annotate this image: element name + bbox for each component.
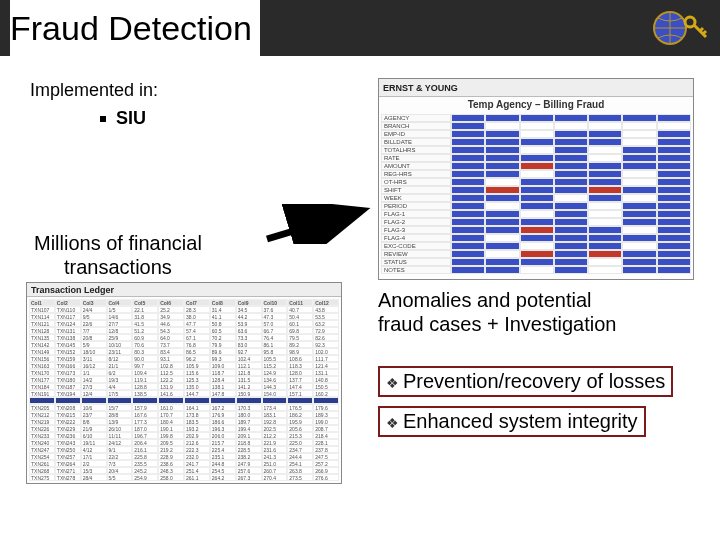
thumb-grid: AGENCYBRANCHEMP-IDBILLDATETOTALHRSRATEAM… (379, 112, 693, 279)
benefit-text: Prevention/recovery of losses (403, 370, 665, 393)
globe-key-logo-icon (650, 4, 710, 52)
anomalies-report-thumbnail: ERNST & YOUNG Temp Agency – Billing Frau… (378, 78, 694, 280)
slide-title: Fraud Detection (10, 0, 260, 56)
thumb-grid: Col1Col2Col3Col4Col5Col6Col7Col8Col9Col1… (27, 297, 341, 483)
arrow-icon (262, 204, 372, 244)
thumb-title: Temp Agency – Billing Fraud (379, 97, 693, 112)
thumb-header: ERNST & YOUNG (379, 79, 693, 97)
square-bullet-icon (100, 116, 106, 122)
svg-line-3 (267, 212, 357, 239)
implemented-in-label: Implemented in: (30, 80, 158, 101)
diamond-bullet-icon: ❖ (386, 375, 399, 391)
title-bar: Fraud Detection (0, 0, 720, 56)
transactions-spreadsheet-thumbnail: Transaction Ledger Col1Col2Col3Col4Col5C… (26, 282, 342, 484)
anomalies-caption: Anomalies and potential fraud cases + In… (378, 288, 616, 336)
thumb-header: Transaction Ledger (27, 283, 341, 297)
benefit-box-1: ❖ Prevention/recovery of losses (378, 366, 673, 397)
diamond-bullet-icon: ❖ (386, 415, 399, 431)
thumb-title: Transaction Ledger (31, 285, 114, 295)
bullet-siu: SIU (100, 108, 146, 129)
benefit-box-2: ❖ Enhanced system integrity (378, 406, 646, 437)
bullet-text: SIU (116, 108, 146, 129)
benefit-text: Enhanced system integrity (403, 410, 638, 433)
thumb-vendor: ERNST & YOUNG (383, 83, 458, 93)
millions-caption: Millions of financial transactions (34, 231, 202, 279)
